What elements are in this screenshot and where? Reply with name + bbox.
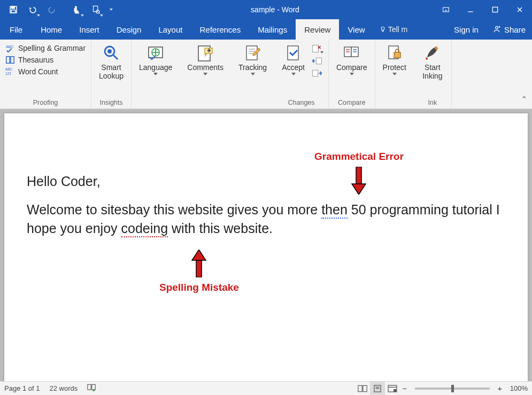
previous-change-button[interactable] <box>310 55 324 67</box>
svg-rect-41 <box>394 52 400 58</box>
title-bar: sample - Word <box>0 0 532 19</box>
accept-label: Accept <box>282 63 305 72</box>
tab-references[interactable]: References <box>191 19 249 40</box>
svg-text:ABC: ABC <box>5 67 12 71</box>
group-label-changes: Changes <box>277 98 325 109</box>
tab-layout[interactable]: Layout <box>150 19 191 40</box>
grammar-error-word[interactable]: then <box>321 202 348 219</box>
language-icon <box>147 44 165 62</box>
tell-me-search[interactable]: Tell m <box>374 19 413 40</box>
web-layout-button[interactable] <box>385 382 400 396</box>
body-1a: Welcome to sitesbay this website gives y… <box>27 202 321 217</box>
language-button[interactable]: Language <box>135 42 176 98</box>
group-protect: Protect <box>375 40 414 109</box>
collapse-ribbon-button[interactable]: ⌃ <box>521 95 528 104</box>
compare-icon <box>343 44 361 62</box>
minimize-button[interactable] <box>458 0 483 19</box>
svg-rect-3 <box>94 6 98 12</box>
document-page[interactable]: Hello Coder, Welcome to sitesbay this we… <box>4 113 528 381</box>
protect-button[interactable]: Protect <box>379 42 411 98</box>
spelling-error-word[interactable]: codeing <box>121 221 168 237</box>
svg-rect-16 <box>11 57 14 64</box>
svg-rect-33 <box>313 70 318 76</box>
svg-text:123: 123 <box>5 72 11 75</box>
svg-rect-31 <box>313 45 319 52</box>
next-change-button[interactable] <box>310 67 324 79</box>
svg-rect-47 <box>358 385 362 391</box>
read-mode-button[interactable] <box>355 382 370 396</box>
svg-rect-54 <box>394 389 396 391</box>
print-layout-button[interactable] <box>370 382 385 396</box>
smart-lookup-button[interactable]: Smart Lookup <box>95 42 128 98</box>
svg-point-11 <box>496 26 498 29</box>
save-button[interactable] <box>4 0 22 19</box>
group-label-protect <box>379 98 411 109</box>
status-proofing-icon[interactable] <box>87 384 96 393</box>
tab-mailings[interactable]: Mailings <box>249 19 296 40</box>
close-button[interactable] <box>507 0 532 19</box>
start-inking-button[interactable]: Start Inking <box>417 42 448 98</box>
share-button[interactable]: Share <box>486 19 532 40</box>
callout-grammar-label: Grammetical Error <box>314 151 404 162</box>
comments-icon: + <box>196 44 214 62</box>
maximize-button[interactable] <box>483 0 507 19</box>
status-page[interactable]: Page 1 of 1 <box>4 384 40 392</box>
document-area: Hello Coder, Welcome to sitesbay this we… <box>0 109 532 381</box>
status-words[interactable]: 22 words <box>50 384 78 392</box>
zoom-in-button[interactable]: + <box>495 384 505 393</box>
zoom-out-button[interactable]: − <box>400 384 410 393</box>
svg-rect-46 <box>92 384 95 390</box>
accept-icon <box>284 44 303 62</box>
smart-lookup-label: Smart Lookup <box>99 63 124 80</box>
tab-design[interactable]: Design <box>108 19 150 40</box>
compare-button[interactable]: Compare <box>332 42 372 98</box>
group-changes: Accept Changes <box>274 40 329 109</box>
spelling-icon: ABC <box>5 43 15 53</box>
tab-view[interactable]: View <box>339 19 373 40</box>
group-compare: Compare Compare <box>329 40 375 109</box>
svg-rect-2 <box>11 10 16 13</box>
svg-text:+: + <box>207 48 211 53</box>
touch-mode-button[interactable] <box>67 0 86 19</box>
undo-button[interactable] <box>24 0 42 19</box>
reject-button[interactable] <box>310 43 324 55</box>
tracking-button[interactable]: Tracking <box>234 42 271 98</box>
menu-bar: File Home Insert Design Layout Reference… <box>0 19 532 40</box>
tab-home[interactable]: Home <box>32 19 71 40</box>
svg-point-20 <box>109 50 111 53</box>
thesaurus-button[interactable]: Thesaurus <box>3 55 88 65</box>
svg-rect-32 <box>316 58 321 64</box>
comments-button[interactable]: + Comments <box>183 42 228 98</box>
word-count-button[interactable]: ABC123 Word Count <box>3 66 88 77</box>
tab-review[interactable]: Review <box>296 19 339 40</box>
smart-lookup-icon <box>102 44 120 62</box>
zoom-value[interactable]: 100% <box>510 384 528 392</box>
group-proofing: ABC Spelling & Grammar Thesaurus ABC123 … <box>0 40 91 109</box>
arrow-down-icon <box>351 167 367 195</box>
share-label: Share <box>504 25 526 34</box>
spelling-grammar-button[interactable]: ABC Spelling & Grammar <box>3 43 88 53</box>
svg-rect-43 <box>356 167 361 184</box>
tracking-label: Tracking <box>238 63 267 72</box>
tracking-icon <box>244 44 262 62</box>
zoom-slider[interactable] <box>415 388 490 390</box>
word-count-icon: ABC123 <box>5 67 15 76</box>
greeting-line: Hello Coder, <box>27 172 505 191</box>
arrow-up-icon <box>191 250 207 277</box>
svg-rect-7 <box>492 7 497 12</box>
svg-rect-1 <box>11 6 14 9</box>
callout-spelling: Spelling Mistake <box>159 250 239 293</box>
inking-label: Start Inking <box>422 63 442 80</box>
print-preview-button[interactable] <box>87 0 105 19</box>
redo-button[interactable] <box>43 0 61 19</box>
sign-in-button[interactable]: Sign in <box>446 19 486 40</box>
tab-insert[interactable]: Insert <box>71 19 108 40</box>
group-label-comments <box>183 98 228 109</box>
svg-rect-48 <box>363 385 367 391</box>
tab-file[interactable]: File <box>0 19 32 40</box>
svg-rect-15 <box>6 57 10 64</box>
customize-qat-button[interactable] <box>106 0 117 19</box>
body-paragraph: Welcome to sitesbay this website gives y… <box>27 200 505 238</box>
accept-button[interactable]: Accept <box>277 42 309 98</box>
ribbon-display-button[interactable] <box>434 0 458 19</box>
